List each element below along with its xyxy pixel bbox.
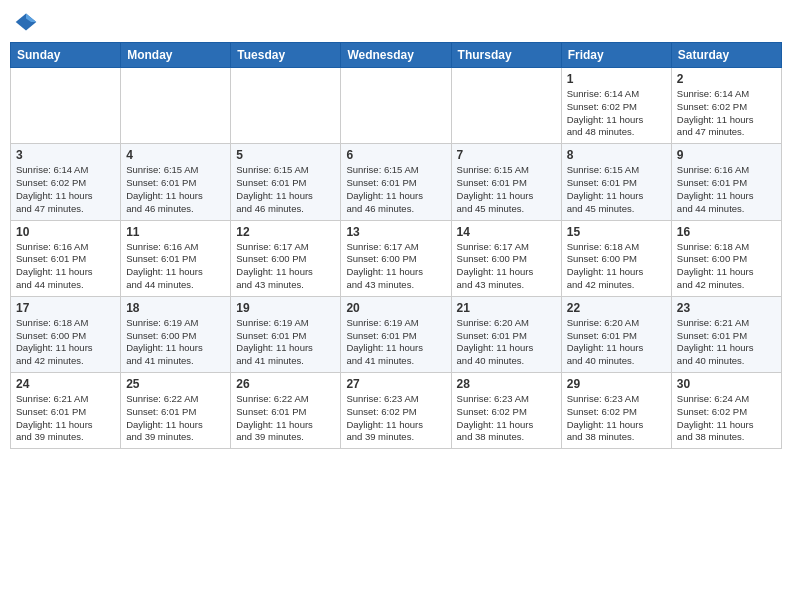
day-number: 30 xyxy=(677,377,776,391)
day-number: 14 xyxy=(457,225,556,239)
day-cell: 9Sunrise: 6:16 AM Sunset: 6:01 PM Daylig… xyxy=(671,144,781,220)
weekday-header-saturday: Saturday xyxy=(671,43,781,68)
day-number: 29 xyxy=(567,377,666,391)
day-cell: 12Sunrise: 6:17 AM Sunset: 6:00 PM Dayli… xyxy=(231,220,341,296)
day-cell: 24Sunrise: 6:21 AM Sunset: 6:01 PM Dayli… xyxy=(11,373,121,449)
week-row-3: 10Sunrise: 6:16 AM Sunset: 6:01 PM Dayli… xyxy=(11,220,782,296)
day-number: 10 xyxy=(16,225,115,239)
day-number: 28 xyxy=(457,377,556,391)
day-cell: 26Sunrise: 6:22 AM Sunset: 6:01 PM Dayli… xyxy=(231,373,341,449)
day-info: Sunrise: 6:21 AM Sunset: 6:01 PM Dayligh… xyxy=(16,393,115,444)
day-cell: 11Sunrise: 6:16 AM Sunset: 6:01 PM Dayli… xyxy=(121,220,231,296)
day-info: Sunrise: 6:23 AM Sunset: 6:02 PM Dayligh… xyxy=(567,393,666,444)
logo xyxy=(14,10,40,34)
day-number: 19 xyxy=(236,301,335,315)
day-info: Sunrise: 6:23 AM Sunset: 6:02 PM Dayligh… xyxy=(346,393,445,444)
day-cell xyxy=(231,68,341,144)
day-info: Sunrise: 6:15 AM Sunset: 6:01 PM Dayligh… xyxy=(126,164,225,215)
week-row-5: 24Sunrise: 6:21 AM Sunset: 6:01 PM Dayli… xyxy=(11,373,782,449)
day-number: 11 xyxy=(126,225,225,239)
day-number: 12 xyxy=(236,225,335,239)
weekday-header-sunday: Sunday xyxy=(11,43,121,68)
day-number: 21 xyxy=(457,301,556,315)
day-info: Sunrise: 6:19 AM Sunset: 6:01 PM Dayligh… xyxy=(346,317,445,368)
day-info: Sunrise: 6:22 AM Sunset: 6:01 PM Dayligh… xyxy=(126,393,225,444)
day-info: Sunrise: 6:14 AM Sunset: 6:02 PM Dayligh… xyxy=(567,88,666,139)
day-cell: 29Sunrise: 6:23 AM Sunset: 6:02 PM Dayli… xyxy=(561,373,671,449)
day-number: 27 xyxy=(346,377,445,391)
day-number: 6 xyxy=(346,148,445,162)
day-number: 15 xyxy=(567,225,666,239)
day-number: 8 xyxy=(567,148,666,162)
day-cell xyxy=(341,68,451,144)
day-cell: 13Sunrise: 6:17 AM Sunset: 6:00 PM Dayli… xyxy=(341,220,451,296)
day-cell: 15Sunrise: 6:18 AM Sunset: 6:00 PM Dayli… xyxy=(561,220,671,296)
day-cell xyxy=(121,68,231,144)
day-cell: 19Sunrise: 6:19 AM Sunset: 6:01 PM Dayli… xyxy=(231,296,341,372)
day-info: Sunrise: 6:16 AM Sunset: 6:01 PM Dayligh… xyxy=(126,241,225,292)
day-info: Sunrise: 6:17 AM Sunset: 6:00 PM Dayligh… xyxy=(236,241,335,292)
week-row-1: 1Sunrise: 6:14 AM Sunset: 6:02 PM Daylig… xyxy=(11,68,782,144)
day-info: Sunrise: 6:24 AM Sunset: 6:02 PM Dayligh… xyxy=(677,393,776,444)
day-cell: 22Sunrise: 6:20 AM Sunset: 6:01 PM Dayli… xyxy=(561,296,671,372)
day-info: Sunrise: 6:19 AM Sunset: 6:01 PM Dayligh… xyxy=(236,317,335,368)
day-info: Sunrise: 6:14 AM Sunset: 6:02 PM Dayligh… xyxy=(677,88,776,139)
day-number: 17 xyxy=(16,301,115,315)
day-number: 3 xyxy=(16,148,115,162)
weekday-header-row: SundayMondayTuesdayWednesdayThursdayFrid… xyxy=(11,43,782,68)
day-number: 20 xyxy=(346,301,445,315)
day-number: 26 xyxy=(236,377,335,391)
day-cell: 28Sunrise: 6:23 AM Sunset: 6:02 PM Dayli… xyxy=(451,373,561,449)
day-info: Sunrise: 6:14 AM Sunset: 6:02 PM Dayligh… xyxy=(16,164,115,215)
day-info: Sunrise: 6:16 AM Sunset: 6:01 PM Dayligh… xyxy=(677,164,776,215)
day-info: Sunrise: 6:20 AM Sunset: 6:01 PM Dayligh… xyxy=(457,317,556,368)
day-cell: 7Sunrise: 6:15 AM Sunset: 6:01 PM Daylig… xyxy=(451,144,561,220)
weekday-header-monday: Monday xyxy=(121,43,231,68)
day-cell: 8Sunrise: 6:15 AM Sunset: 6:01 PM Daylig… xyxy=(561,144,671,220)
logo-icon xyxy=(14,10,38,34)
day-cell: 6Sunrise: 6:15 AM Sunset: 6:01 PM Daylig… xyxy=(341,144,451,220)
weekday-header-friday: Friday xyxy=(561,43,671,68)
day-cell: 5Sunrise: 6:15 AM Sunset: 6:01 PM Daylig… xyxy=(231,144,341,220)
day-info: Sunrise: 6:15 AM Sunset: 6:01 PM Dayligh… xyxy=(236,164,335,215)
day-info: Sunrise: 6:22 AM Sunset: 6:01 PM Dayligh… xyxy=(236,393,335,444)
page-header xyxy=(10,10,782,34)
day-cell: 20Sunrise: 6:19 AM Sunset: 6:01 PM Dayli… xyxy=(341,296,451,372)
day-number: 23 xyxy=(677,301,776,315)
day-cell: 14Sunrise: 6:17 AM Sunset: 6:00 PM Dayli… xyxy=(451,220,561,296)
day-number: 2 xyxy=(677,72,776,86)
day-cell: 2Sunrise: 6:14 AM Sunset: 6:02 PM Daylig… xyxy=(671,68,781,144)
day-cell xyxy=(451,68,561,144)
day-cell: 27Sunrise: 6:23 AM Sunset: 6:02 PM Dayli… xyxy=(341,373,451,449)
day-cell: 10Sunrise: 6:16 AM Sunset: 6:01 PM Dayli… xyxy=(11,220,121,296)
day-info: Sunrise: 6:18 AM Sunset: 6:00 PM Dayligh… xyxy=(567,241,666,292)
calendar: SundayMondayTuesdayWednesdayThursdayFrid… xyxy=(10,42,782,449)
weekday-header-tuesday: Tuesday xyxy=(231,43,341,68)
day-cell: 4Sunrise: 6:15 AM Sunset: 6:01 PM Daylig… xyxy=(121,144,231,220)
day-number: 9 xyxy=(677,148,776,162)
day-number: 4 xyxy=(126,148,225,162)
day-info: Sunrise: 6:16 AM Sunset: 6:01 PM Dayligh… xyxy=(16,241,115,292)
day-cell: 3Sunrise: 6:14 AM Sunset: 6:02 PM Daylig… xyxy=(11,144,121,220)
day-cell: 30Sunrise: 6:24 AM Sunset: 6:02 PM Dayli… xyxy=(671,373,781,449)
day-cell: 21Sunrise: 6:20 AM Sunset: 6:01 PM Dayli… xyxy=(451,296,561,372)
day-info: Sunrise: 6:18 AM Sunset: 6:00 PM Dayligh… xyxy=(677,241,776,292)
day-number: 5 xyxy=(236,148,335,162)
day-number: 1 xyxy=(567,72,666,86)
day-cell: 1Sunrise: 6:14 AM Sunset: 6:02 PM Daylig… xyxy=(561,68,671,144)
day-cell: 17Sunrise: 6:18 AM Sunset: 6:00 PM Dayli… xyxy=(11,296,121,372)
day-number: 7 xyxy=(457,148,556,162)
week-row-4: 17Sunrise: 6:18 AM Sunset: 6:00 PM Dayli… xyxy=(11,296,782,372)
day-cell xyxy=(11,68,121,144)
weekday-header-wednesday: Wednesday xyxy=(341,43,451,68)
day-info: Sunrise: 6:17 AM Sunset: 6:00 PM Dayligh… xyxy=(346,241,445,292)
day-cell: 23Sunrise: 6:21 AM Sunset: 6:01 PM Dayli… xyxy=(671,296,781,372)
day-cell: 25Sunrise: 6:22 AM Sunset: 6:01 PM Dayli… xyxy=(121,373,231,449)
day-number: 25 xyxy=(126,377,225,391)
day-info: Sunrise: 6:17 AM Sunset: 6:00 PM Dayligh… xyxy=(457,241,556,292)
day-number: 16 xyxy=(677,225,776,239)
day-number: 18 xyxy=(126,301,225,315)
day-cell: 16Sunrise: 6:18 AM Sunset: 6:00 PM Dayli… xyxy=(671,220,781,296)
day-info: Sunrise: 6:18 AM Sunset: 6:00 PM Dayligh… xyxy=(16,317,115,368)
day-number: 13 xyxy=(346,225,445,239)
